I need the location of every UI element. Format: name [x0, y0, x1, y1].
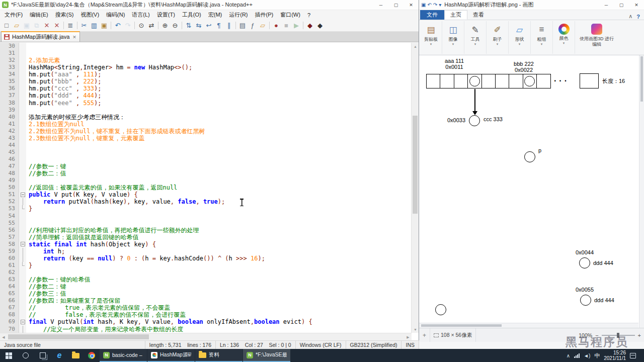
action-center-icon[interactable] — [630, 353, 636, 358]
scroll-left-arrow-icon[interactable]: ◀ — [0, 333, 7, 341]
task-view-button[interactable] — [34, 349, 51, 362]
code-line[interactable]: 67// true，表示老元素的值保留，不会覆盖 — [0, 304, 412, 311]
code-line[interactable]: 33HashMap<String,Integer> hm = new HashM… — [0, 64, 412, 71]
scroll-right-arrow-icon[interactable]: ▶ — [405, 333, 412, 341]
menu-item[interactable]: 文件(F) — [1, 11, 26, 19]
canvas-vertical-scrollbar[interactable] — [639, 55, 644, 328]
indent-guide-icon[interactable]: ∥ — [224, 21, 234, 31]
horizontal-scroll-thumb[interactable] — [421, 324, 502, 327]
taskbar-pin-explorer[interactable] — [67, 349, 84, 362]
menu-item[interactable]: 工具(O) — [179, 11, 205, 19]
code-line[interactable]: 63//参数一：键的哈希值 — [0, 276, 412, 283]
undo-icon[interactable]: ↶ — [427, 2, 431, 8]
volume-icon[interactable]: ◄) — [584, 353, 590, 358]
ribbon-tab-查看[interactable]: 查看 — [467, 10, 490, 20]
code-line[interactable]: 422.2数组位置不为null，键不重复，挂在下面形成链表或者红黑树 — [0, 128, 412, 135]
record-macro-icon[interactable]: ● — [271, 21, 281, 31]
menu-item[interactable]: 视图(V) — [77, 11, 103, 19]
code-line[interactable]: 58static final int hash(Object key) { — [0, 241, 412, 248]
paint-canvas[interactable]: aaa 111 0x0011 bbb 222 0x0022 ··· 长度：16 … — [419, 55, 644, 328]
menu-item[interactable]: 编码(N) — [103, 11, 128, 19]
image-select-group[interactable]: ◫图像▾ — [442, 21, 464, 54]
menu-item[interactable]: 插件(P) — [252, 11, 277, 19]
word-wrap-icon[interactable]: ↩ — [204, 21, 214, 31]
taskbar-pin-chrome[interactable] — [84, 349, 100, 362]
function-list-icon[interactable]: ƒ — [248, 21, 258, 31]
paint-titlebar[interactable]: ▣↶↷▾ HashMap源码解析详细解.png - 画图 ─ ▢ ✕ — [419, 0, 644, 10]
tab-hashmap-source[interactable]: HashMap源码解读.java ✕ — [1, 31, 80, 42]
code-line[interactable]: 56//利用键计算出对应的哈希值，再把哈希值进行一些额外的处理 — [0, 227, 412, 234]
redo-icon[interactable]: ↷ — [433, 2, 437, 8]
sync-scroll-h-icon[interactable]: ⇆ — [194, 21, 204, 31]
code-line[interactable]: 70 //定义一个局部变量，用来记录哈希表中数组的长度 — [0, 326, 412, 333]
edit-with-paint3d-button[interactable]: 使用画图3D 进行编辑 — [575, 21, 618, 54]
code-line[interactable]: 52 return putVal(hash(key), key, value, … — [0, 198, 412, 205]
new-file-icon[interactable]: □ — [2, 21, 12, 31]
code-line[interactable]: 40添加元素的时候至少考虑三种情况： — [0, 114, 412, 121]
clipboard-group[interactable]: ▤剪贴板▾ — [420, 21, 442, 54]
code-line[interactable]: 432.3数组位置不为null，键重复，元素覆盖 — [0, 135, 412, 142]
code-line[interactable]: 30 — [0, 43, 412, 50]
code-line[interactable]: 38hm.put("eee" , 555); — [0, 100, 412, 107]
close-file-icon[interactable]: ✕ — [42, 21, 52, 31]
taskbar-button[interactable]: Nbasic-code – Has... — [100, 349, 147, 362]
qat-dropdown-icon[interactable]: ▾ — [439, 2, 441, 8]
code-line[interactable]: 322.添加元素 — [0, 57, 412, 64]
zoom-in-button[interactable]: + — [638, 332, 641, 338]
close-all-icon[interactable]: ✕ — [52, 21, 62, 31]
close-button[interactable]: ✕ — [404, 0, 419, 10]
pencil-group[interactable]: ✎工具▾ — [464, 21, 487, 54]
network-icon[interactable] — [574, 353, 580, 358]
fold-marker[interactable] — [19, 241, 26, 248]
menu-item[interactable]: 宏(M) — [205, 11, 226, 19]
taskbar-clock[interactable]: 15:26 2021/11/1 — [604, 350, 626, 361]
code-line[interactable]: 49 — [0, 177, 412, 184]
taskbar-button[interactable]: HashMap源码解... — [147, 349, 195, 362]
code-line[interactable]: 65//参数三：值 — [0, 290, 412, 297]
undo-icon[interactable]: ↶ — [113, 21, 123, 31]
line-width-group[interactable]: ≡粗细▾ — [531, 21, 553, 54]
save-all-icon[interactable]: ⧉ — [32, 21, 42, 31]
ribbon-tab-主页[interactable]: 主页 — [444, 10, 467, 20]
code-line[interactable]: 68// false，表示老元素的值不保留，会进行覆盖 — [0, 311, 412, 318]
plugin-icon-2[interactable]: ◆ — [315, 21, 325, 31]
code-line[interactable]: 46 — [0, 156, 412, 163]
paste-icon[interactable]: ▣ — [99, 21, 109, 31]
code-editor[interactable]: 3031322.添加元素33HashMap<String,Integer> hm… — [0, 43, 412, 333]
status-typing-mode[interactable]: INS — [401, 341, 419, 349]
code-line[interactable]: 36hm.put("ccc" , 333); — [0, 85, 412, 92]
play-macro-icon[interactable]: ▶ — [291, 21, 301, 31]
taskbar-pin-edge[interactable]: e — [51, 349, 67, 362]
start-button[interactable] — [0, 349, 17, 362]
vertical-scroll-thumb[interactable] — [413, 116, 418, 214]
shapes-group[interactable]: ▱形状▾ — [509, 21, 531, 54]
scroll-down-arrow-icon[interactable]: ▼ — [412, 326, 419, 333]
editor-horizontal-scrollbar[interactable]: ◀ ▶ — [0, 333, 412, 340]
taskbar-button[interactable]: 资料 — [195, 349, 243, 362]
ime-indicator[interactable]: 中 — [594, 352, 600, 359]
code-line[interactable]: 31 — [0, 50, 412, 57]
print-icon[interactable]: ≣ — [65, 21, 75, 31]
code-line[interactable]: 66//参数四：如果键重复了是否保留 — [0, 297, 412, 304]
maximize-button[interactable]: ▢ — [388, 0, 404, 10]
code-line[interactable]: 39 — [0, 107, 412, 114]
code-line[interactable]: 34hm.put("aaa" , 111); — [0, 71, 412, 78]
help-icon[interactable]: ? — [636, 14, 640, 20]
copy-icon[interactable]: ▥ — [89, 21, 99, 31]
open-file-icon[interactable]: ▱ — [12, 21, 22, 31]
brush-group[interactable]: ✐刷子▾ — [487, 21, 509, 54]
code-line[interactable]: 57//简单理解：返回值就是返回键的哈希值 — [0, 234, 412, 241]
code-line[interactable]: 44 — [0, 142, 412, 149]
code-line[interactable]: 64//参数二：键 — [0, 283, 412, 290]
taskbar-button[interactable]: N*F:\JavaSE最新版\... — [243, 349, 290, 362]
zoom-out-icon[interactable]: ⊖ — [170, 21, 180, 31]
tab-close-icon[interactable]: ✕ — [72, 35, 76, 40]
minimize-button[interactable]: ─ — [599, 0, 614, 10]
code-line[interactable]: 35hm.put("bbb" , 222); — [0, 78, 412, 85]
fold-box-icon[interactable] — [21, 242, 25, 246]
code-line[interactable]: 55 — [0, 220, 412, 227]
cut-icon[interactable]: ✂ — [79, 21, 89, 31]
code-line[interactable]: 59 int h; — [0, 248, 412, 255]
close-button[interactable]: ✕ — [629, 0, 644, 10]
vertical-scroll-thumb[interactable] — [640, 56, 643, 102]
